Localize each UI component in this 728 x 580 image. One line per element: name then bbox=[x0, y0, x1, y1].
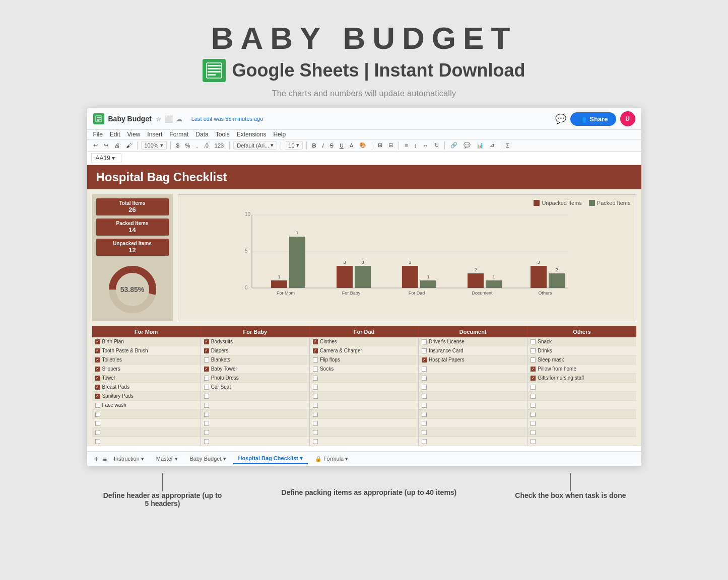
font-dropdown[interactable]: Default (Ari... ▾ bbox=[233, 141, 277, 150]
checkbox[interactable]: ✓ bbox=[204, 367, 209, 372]
fill-color-button[interactable]: 🎨 bbox=[357, 141, 368, 150]
checkbox[interactable] bbox=[422, 403, 427, 408]
underline-button[interactable]: U bbox=[338, 141, 346, 150]
checkbox[interactable] bbox=[422, 421, 427, 426]
redo-button[interactable]: ↪ bbox=[102, 141, 110, 150]
filter-btn[interactable]: ⊿ bbox=[488, 141, 496, 150]
menu-format[interactable]: Format bbox=[169, 131, 188, 138]
checkbox[interactable] bbox=[313, 385, 318, 390]
checkbox[interactable] bbox=[204, 394, 209, 399]
chart-btn[interactable]: 📊 bbox=[475, 141, 486, 150]
undo-button[interactable]: ↩ bbox=[91, 141, 100, 150]
checkbox[interactable] bbox=[204, 412, 209, 417]
borders-button[interactable]: ⊞ bbox=[376, 141, 384, 150]
text-color-button[interactable]: A bbox=[348, 141, 355, 150]
checkbox[interactable] bbox=[531, 430, 536, 435]
checkbox[interactable] bbox=[422, 367, 427, 372]
comma-btn[interactable]: , bbox=[194, 141, 200, 150]
checkbox[interactable] bbox=[204, 421, 209, 426]
fontsize-dropdown[interactable]: 10 ▾ bbox=[285, 141, 302, 150]
menu-tools[interactable]: Tools bbox=[216, 131, 230, 138]
menu-help[interactable]: Help bbox=[273, 131, 286, 138]
menu-edit[interactable]: Edit bbox=[110, 131, 120, 138]
checkbox[interactable] bbox=[95, 403, 100, 408]
checkbox[interactable]: ✓ bbox=[95, 385, 100, 390]
comment-btn[interactable]: 💬 bbox=[461, 141, 473, 150]
checkbox[interactable] bbox=[204, 403, 209, 408]
checkbox[interactable] bbox=[422, 376, 427, 381]
zoom-dropdown[interactable]: 100% ▾ bbox=[141, 141, 167, 150]
tab-formula[interactable]: 🔒 Formula ▾ bbox=[310, 454, 353, 464]
strikethrough-button[interactable]: S bbox=[328, 141, 336, 150]
menu-view[interactable]: View bbox=[127, 131, 141, 138]
checkbox[interactable]: ✓ bbox=[313, 348, 318, 353]
checkbox[interactable] bbox=[531, 339, 536, 344]
checkbox[interactable] bbox=[95, 421, 100, 426]
checkbox[interactable] bbox=[204, 439, 209, 444]
wrap-button[interactable]: ↔ bbox=[421, 141, 430, 150]
checkbox[interactable]: ✓ bbox=[95, 367, 100, 372]
checkbox[interactable] bbox=[313, 439, 318, 444]
checkbox[interactable] bbox=[531, 421, 536, 426]
checkbox[interactable] bbox=[531, 412, 536, 417]
checkbox[interactable] bbox=[422, 348, 427, 353]
checkbox[interactable]: ✓ bbox=[422, 357, 427, 362]
checkbox[interactable] bbox=[204, 385, 209, 390]
tab-instruction[interactable]: Instruction ▾ bbox=[109, 454, 149, 464]
sheets-list-button[interactable]: ≡ bbox=[103, 455, 107, 463]
share-button[interactable]: 👥 Share bbox=[570, 112, 616, 126]
checkbox[interactable]: ✓ bbox=[95, 394, 100, 399]
checkbox[interactable] bbox=[531, 403, 536, 408]
merge-button[interactable]: ⊟ bbox=[386, 141, 395, 150]
checkbox[interactable]: ✓ bbox=[313, 339, 318, 344]
checkbox[interactable] bbox=[422, 394, 427, 399]
checkbox[interactable] bbox=[313, 412, 318, 417]
checkbox[interactable] bbox=[95, 412, 100, 417]
checkbox[interactable] bbox=[531, 394, 536, 399]
tab-master[interactable]: Master ▾ bbox=[151, 454, 183, 464]
checkbox[interactable] bbox=[204, 376, 209, 381]
italic-button[interactable]: I bbox=[320, 141, 326, 150]
paint-format-button[interactable]: 🖌 bbox=[124, 141, 134, 150]
checkbox[interactable] bbox=[531, 385, 536, 390]
tab-baby-budget[interactable]: Baby Budget ▾ bbox=[185, 454, 231, 464]
add-sheet-button[interactable]: + bbox=[92, 455, 101, 464]
checkbox[interactable]: ✓ bbox=[204, 339, 209, 344]
checkbox[interactable]: ✓ bbox=[531, 376, 536, 381]
folder-icon[interactable]: ⬜ bbox=[165, 115, 173, 123]
percent-btn[interactable]: % bbox=[183, 141, 192, 150]
dollar-btn[interactable]: $ bbox=[174, 141, 181, 150]
checkbox[interactable] bbox=[531, 348, 536, 353]
checkbox[interactable]: ✓ bbox=[531, 367, 536, 372]
valign-button[interactable]: ↕ bbox=[412, 141, 419, 150]
checkbox[interactable] bbox=[95, 439, 100, 444]
checkbox[interactable] bbox=[313, 376, 318, 381]
checkbox[interactable] bbox=[95, 430, 100, 435]
checkbox[interactable] bbox=[313, 367, 318, 372]
checkbox[interactable] bbox=[313, 403, 318, 408]
menu-data[interactable]: Data bbox=[195, 131, 208, 138]
tab-hospital-bag[interactable]: Hospital Bag Checklist ▾ bbox=[233, 454, 308, 464]
cell-reference-input[interactable]: AA19 ▾ bbox=[91, 153, 121, 163]
checkbox[interactable] bbox=[204, 357, 209, 362]
checkbox[interactable] bbox=[531, 439, 536, 444]
checkbox[interactable] bbox=[313, 357, 318, 362]
menu-file[interactable]: File bbox=[93, 131, 103, 138]
menu-extensions[interactable]: Extensions bbox=[237, 131, 267, 138]
more-formats-btn[interactable]: 123 bbox=[213, 141, 226, 150]
comment-icon[interactable]: 💬 bbox=[555, 113, 566, 124]
rotate-button[interactable]: ↻ bbox=[432, 141, 441, 150]
function-btn[interactable]: Σ bbox=[504, 141, 511, 150]
checkbox[interactable]: ✓ bbox=[95, 348, 100, 353]
checkbox[interactable]: ✓ bbox=[95, 376, 100, 381]
checkbox[interactable] bbox=[422, 430, 427, 435]
checkbox[interactable] bbox=[422, 339, 427, 344]
star-icon[interactable]: ☆ bbox=[156, 115, 162, 123]
checkbox[interactable] bbox=[531, 357, 536, 362]
checkbox[interactable]: ✓ bbox=[95, 339, 100, 344]
link-button[interactable]: 🔗 bbox=[448, 141, 459, 150]
checkbox[interactable] bbox=[422, 385, 427, 390]
checkbox[interactable] bbox=[313, 421, 318, 426]
checkbox[interactable]: ✓ bbox=[95, 357, 100, 362]
checkbox[interactable] bbox=[422, 439, 427, 444]
